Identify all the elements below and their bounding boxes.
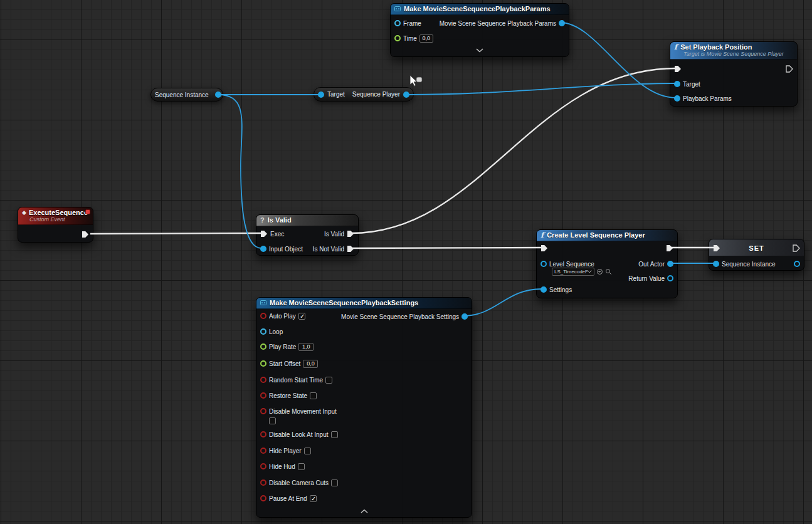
node-header[interactable]: Make MovieSceneSequencePlaybackSettings [256, 298, 472, 309]
restore-state-pin[interactable] [260, 392, 266, 399]
out-actor-pin[interactable] [667, 261, 673, 267]
random-start-time-pin[interactable] [260, 377, 266, 383]
level-sequence-pin[interactable] [540, 261, 547, 267]
auto-play-pin[interactable] [260, 313, 266, 319]
playback-params-out-pin[interactable] [559, 20, 565, 26]
data-wire [463, 289, 542, 316]
time-value-field[interactable] [419, 34, 433, 43]
pin-label: Loop [269, 328, 283, 335]
pin-label: Target [683, 81, 700, 88]
mouse-cursor [408, 74, 424, 89]
asset-dropdown[interactable]: LS_TimecodePr [552, 268, 594, 276]
node-title: Create Level Sequence Player [547, 231, 645, 239]
target-pin[interactable] [674, 81, 680, 87]
disable-look-at-input-pin[interactable] [260, 431, 266, 438]
blueprint-graph-canvas[interactable]: Make MovieSceneSequencePlaybackParams Fr… [0, 0, 812, 524]
out-actor-row: Out Actor [638, 260, 673, 268]
search-icon[interactable] [605, 268, 612, 275]
event-icon: ◆ [22, 210, 26, 216]
pause-at-end-checkbox[interactable] [310, 495, 317, 502]
exec-out-pin[interactable] [786, 65, 793, 73]
settings-row-restore-state: Restore State [260, 392, 317, 399]
pause-at-end-pin[interactable] [260, 495, 266, 501]
hide-player-pin[interactable] [260, 448, 266, 454]
sequence-instance-in-pin[interactable] [713, 261, 719, 267]
disable-camera-cuts-pin[interactable] [260, 479, 266, 486]
return-value-pin[interactable] [667, 275, 673, 281]
exec-in-row [674, 65, 682, 73]
use-selected-icon[interactable] [596, 268, 603, 275]
node-header[interactable]: ? Is Valid [256, 215, 358, 226]
node-set-sequence-instance[interactable]: SET Sequence Instance [709, 239, 804, 271]
play-rate-pin[interactable] [260, 343, 266, 350]
exec-in-pin[interactable] [674, 65, 682, 73]
sequence-instance-out-pin[interactable] [215, 92, 221, 98]
event-flag-icon[interactable] [85, 209, 90, 214]
time-pin-row: Time [394, 34, 433, 42]
pin-label: Sequence Player [352, 91, 400, 98]
node-subtitle: Custom Event [29, 216, 88, 223]
loop-pin[interactable] [260, 328, 266, 335]
chevron-up-icon[interactable] [361, 505, 368, 516]
chevron-down-icon[interactable] [476, 44, 483, 55]
pin-label: Input Object [269, 246, 303, 253]
target-in-pin[interactable] [318, 92, 324, 98]
exec-in-pin[interactable] [540, 244, 548, 252]
disable-look-at-input-checkbox[interactable] [331, 431, 338, 438]
random-start-time-checkbox[interactable] [325, 377, 332, 384]
node-set-playback-position[interactable]: f Set Playback Position Target is Movie … [670, 41, 798, 107]
settings-pin[interactable] [540, 286, 547, 293]
node-header[interactable]: ◆ ExecuteSequence Custom Event [18, 207, 93, 225]
auto-play-checkbox[interactable] [298, 313, 305, 320]
input-object-pin[interactable] [260, 246, 266, 252]
hide-hud-checkbox[interactable] [298, 463, 305, 470]
playback-params-pin[interactable] [674, 95, 680, 102]
node-get-sequence-player[interactable]: Target Sequence Player [314, 87, 414, 102]
settings-row-start-offset: Start Offset [260, 360, 318, 367]
is-not-valid-exec-out-pin[interactable] [347, 245, 354, 253]
node-header[interactable]: f Create Level Sequence Player [537, 230, 677, 241]
pin-label: Disable Movement Input [269, 408, 337, 415]
node-header[interactable]: f Set Playback Position Target is Movie … [670, 42, 797, 60]
sequence-player-out-pin[interactable] [403, 92, 409, 98]
restore-state-checkbox[interactable] [310, 392, 317, 399]
node-execute-sequence-event[interactable]: ◆ ExecuteSequence Custom Event [18, 207, 93, 243]
disable-camera-cuts-checkbox[interactable] [331, 479, 338, 486]
node-make-playback-params[interactable]: Make MovieSceneSequencePlaybackParams Fr… [390, 3, 569, 57]
node-make-playback-settings[interactable]: Make MovieSceneSequencePlaybackSettings … [256, 297, 472, 518]
pin-label: Playback Params [683, 95, 732, 102]
exec-out-pin[interactable] [793, 244, 800, 252]
settings-row-hide-player: Hide Player [260, 447, 311, 454]
exec-out-pin[interactable] [82, 231, 89, 238]
start-offset-pin[interactable] [260, 360, 266, 367]
hide-player-checkbox[interactable] [304, 448, 311, 454]
node-is-valid[interactable]: ? Is Valid Exec Is Valid Input Object Is… [256, 214, 359, 256]
exec-out-row [786, 65, 793, 73]
playback-settings-out-pin[interactable] [461, 313, 468, 320]
node-get-sequence-instance[interactable]: Sequence Instance [150, 88, 223, 102]
frame-pin[interactable] [394, 20, 401, 26]
exec-in-pin[interactable] [260, 230, 268, 238]
settings-row: Settings [540, 286, 572, 293]
exec-in-row: Exec [260, 230, 284, 238]
time-pin[interactable] [394, 35, 401, 41]
is-valid-exec-out-pin[interactable] [347, 230, 354, 238]
data-wire [561, 23, 676, 98]
start-offset-value-field[interactable] [303, 360, 318, 368]
target-pin-row: Target [674, 80, 700, 88]
play-rate-value-field[interactable] [298, 343, 314, 351]
pin-label: Movie Scene Sequence Playback Settings [341, 313, 459, 320]
make-struct-icon [394, 6, 401, 12]
node-header[interactable]: Make MovieSceneSequencePlaybackParams [391, 4, 569, 15]
settings-row-loop: Loop [260, 328, 283, 335]
set-out-pin[interactable] [794, 261, 800, 267]
node-create-level-sequence-player[interactable]: f Create Level Sequence Player Level Seq… [536, 229, 678, 298]
make-struct-icon [260, 300, 266, 306]
settings-row-disable-movement-input: Disable Movement Input [260, 408, 337, 424]
exec-in-row [540, 244, 548, 252]
hide-hud-pin[interactable] [260, 463, 266, 469]
disable-movement-input-pin[interactable] [260, 408, 266, 414]
node-title: ExecuteSequence [29, 209, 88, 216]
exec-out-pin[interactable] [666, 244, 673, 252]
disable-movement-input-checkbox[interactable] [269, 417, 276, 424]
